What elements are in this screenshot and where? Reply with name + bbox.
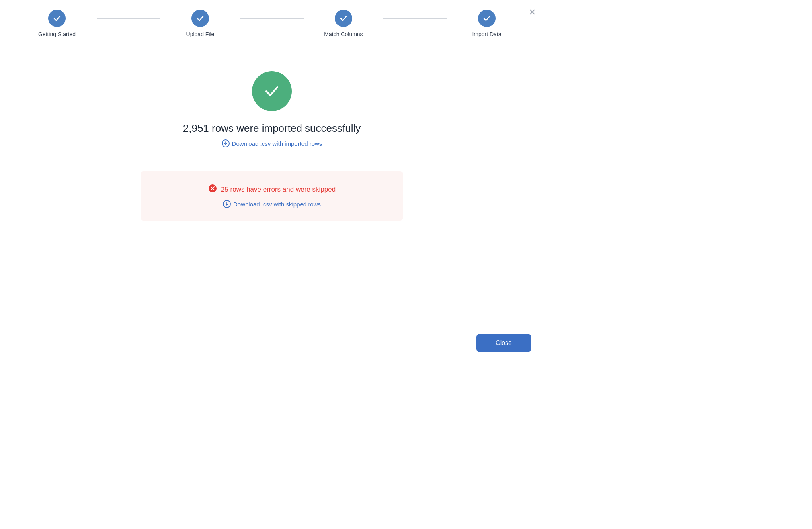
- download-skipped-icon: [223, 200, 231, 208]
- error-icon: [208, 184, 217, 195]
- step-1-circle: [48, 10, 66, 27]
- close-icon-button[interactable]: ✕: [527, 6, 537, 18]
- error-row: 25 rows have errors and were skipped: [208, 184, 336, 195]
- step-3-circle: [335, 10, 352, 27]
- success-message: 2,951 rows were imported successfully: [183, 122, 361, 135]
- step-upload-file: Upload File: [160, 10, 240, 37]
- step-3-label: Match Columns: [324, 31, 363, 37]
- download-imported-icon: [222, 139, 230, 147]
- stepper: Getting Started Upload File Match Column…: [16, 10, 528, 47]
- step-4-label: Import Data: [472, 31, 501, 37]
- header: Getting Started Upload File Match Column…: [0, 0, 544, 47]
- error-box: 25 rows have errors and were skipped Dow…: [141, 171, 403, 221]
- connector-3: [383, 18, 447, 19]
- step-2-circle: [191, 10, 209, 27]
- step-1-label: Getting Started: [38, 31, 76, 37]
- main-content: 2,951 rows were imported successfully Do…: [0, 47, 544, 221]
- step-2-label: Upload File: [186, 31, 215, 37]
- connector-1: [97, 18, 160, 19]
- download-imported-link[interactable]: Download .csv with imported rows: [222, 139, 322, 147]
- step-4-circle: [478, 10, 496, 27]
- footer: Close: [0, 327, 544, 359]
- error-message: 25 rows have errors and were skipped: [221, 186, 336, 194]
- connector-2: [240, 18, 304, 19]
- step-match-columns: Match Columns: [304, 10, 383, 37]
- step-getting-started: Getting Started: [17, 10, 97, 37]
- download-skipped-link[interactable]: Download .csv with skipped rows: [223, 200, 321, 208]
- download-imported-label: Download .csv with imported rows: [232, 140, 322, 147]
- download-skipped-label: Download .csv with skipped rows: [233, 201, 321, 208]
- success-circle: [252, 71, 292, 111]
- step-import-data: Import Data: [447, 10, 527, 37]
- close-button[interactable]: Close: [476, 334, 531, 352]
